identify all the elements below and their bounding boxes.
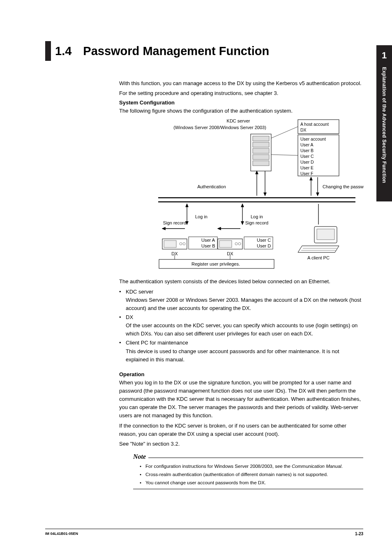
svg-point-28 <box>238 243 241 245</box>
note-top-line <box>148 458 363 458</box>
user-b-label: User B <box>300 148 314 153</box>
server-icon <box>251 134 271 171</box>
bullet-icon: • <box>119 313 126 338</box>
system-diagram: KDC server (Windows Server 2008/Windows … <box>134 118 363 273</box>
client-pc-icon <box>298 227 339 252</box>
dx1-user-b: User B <box>201 243 215 248</box>
svg-point-23 <box>180 243 182 245</box>
system-config-lead: The following figure shows the configura… <box>119 107 363 115</box>
dx-device-2-icon <box>218 239 242 249</box>
bullet-icon: • <box>140 479 145 487</box>
dx-device-1-icon <box>162 239 187 249</box>
svg-rect-5 <box>253 148 269 153</box>
intro-para-2: For the setting procedure and operating … <box>119 89 363 97</box>
svg-rect-6 <box>253 155 269 160</box>
bullet-icon: • <box>140 463 145 470</box>
bullet-icon: • <box>119 288 126 312</box>
page-footer: IM 04L41B01-05EN 1-23 <box>45 529 363 536</box>
bullet-icon: • <box>119 339 126 363</box>
user-d-label: User D <box>300 160 314 164</box>
svg-rect-3 <box>253 136 269 141</box>
user-a-label: User A <box>300 142 314 147</box>
user-f-label: User F <box>300 171 314 176</box>
kdc-label: KDC server <box>227 118 250 123</box>
footer-doc-id: IM 04L41B01-05EN <box>45 532 78 536</box>
svg-point-24 <box>183 243 185 245</box>
bullet-2-body: Of the user accounts on the KDC server, … <box>126 321 363 338</box>
dx1-user-a: User A <box>201 238 215 243</box>
note-bottom-line <box>133 489 363 489</box>
bullet-3-body: This device is used to change user accou… <box>126 347 363 364</box>
note-label: Note <box>133 453 146 460</box>
system-config-heading: System Configuration <box>119 99 363 106</box>
chapter-number: 1 <box>382 50 387 61</box>
chapter-tab: 1 Explanation of the Advanced Security F… <box>376 45 392 201</box>
user-account-label: User account <box>300 136 326 141</box>
operation-heading: Operation <box>119 371 363 377</box>
svg-point-27 <box>235 243 238 245</box>
changing-pw-label: Changing the password <box>323 184 364 189</box>
svg-rect-7 <box>253 161 269 166</box>
intro-para-1: With this function, you can manage acces… <box>119 79 363 88</box>
sign-record-label-1: Sign record <box>163 220 186 225</box>
host-account-label: A host account <box>300 122 329 127</box>
section-heading: 1.4 Password Management Function <box>45 41 363 61</box>
auth-system-lead: The authentication system consists of th… <box>119 278 363 286</box>
dx2-user-d: User D <box>257 243 271 248</box>
heading-marker <box>45 41 51 61</box>
page-container: 1 Explanation of the Advanced Security F… <box>0 0 392 555</box>
sign-record-label-2: Sign record <box>245 220 268 225</box>
dx2-user-c: User C <box>257 238 271 243</box>
note-section: Note • For configuration instructions fo… <box>133 453 363 489</box>
operation-p3: See "Note" in section 3.2. <box>119 440 363 448</box>
note-bullet-1: For configuration instructions for Windo… <box>145 463 343 470</box>
note-bullet-3: You cannot change user account passwords… <box>145 479 266 487</box>
operation-p2: If the connection to the KDC server is b… <box>119 422 363 438</box>
svg-rect-4 <box>253 142 269 147</box>
svg-rect-26 <box>219 240 232 247</box>
heading-text: Password Management Function <box>83 44 269 58</box>
bullet-2-title: DX <box>126 313 363 321</box>
heading-number: 1.4 <box>55 44 71 58</box>
svg-line-9 <box>271 155 298 155</box>
bullet-list: • KDC server Windows Server 2008 or Wind… <box>119 288 363 364</box>
user-e-label: User E <box>300 165 314 170</box>
svg-rect-22 <box>164 240 176 247</box>
bullet-1-body: Windows Server 2008 or Windows Server 20… <box>126 296 363 312</box>
auth-label: Authentication <box>197 184 226 189</box>
note-bullet-2: Cross-realm authentication (authenticati… <box>145 471 328 479</box>
login-label-2: Log in <box>251 214 263 219</box>
chapter-title: Explanation of the Advanced Security Fun… <box>381 67 387 183</box>
bullet-1-title: KDC server <box>126 288 363 296</box>
client-pc-label: A client PC <box>307 255 330 260</box>
kdc-sublabel: (Windows Server 2008/Windows Server 2003… <box>173 125 266 130</box>
bullet-3-title: Client PC for maintenance <box>126 339 363 347</box>
user-c-label: User C <box>300 154 314 159</box>
register-label: Register user privileges. <box>191 261 240 266</box>
operation-p1: When you log in to the DX or use the sig… <box>119 379 363 420</box>
login-label-1: Log in <box>195 214 208 219</box>
svg-line-8 <box>271 127 298 138</box>
host-dx-label: DX <box>300 127 307 132</box>
footer-page-num: 1-23 <box>355 532 363 536</box>
bullet-icon: • <box>140 471 145 479</box>
svg-rect-30 <box>317 229 334 240</box>
